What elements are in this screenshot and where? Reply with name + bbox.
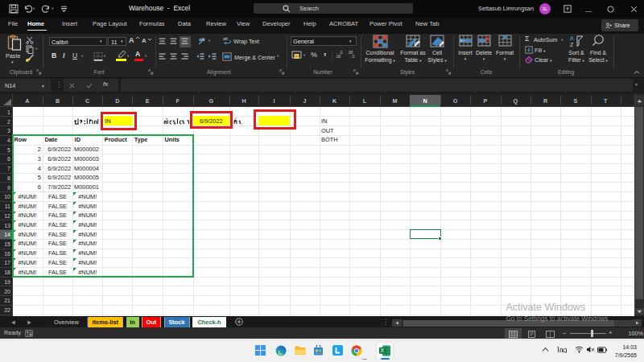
svg-text:A: A [570,35,574,41]
svg-text:ab: ab [199,37,204,42]
svg-text:ab: ab [223,36,228,41]
svg-text:Z: Z [570,42,574,47]
svg-text:X: X [380,348,384,353]
